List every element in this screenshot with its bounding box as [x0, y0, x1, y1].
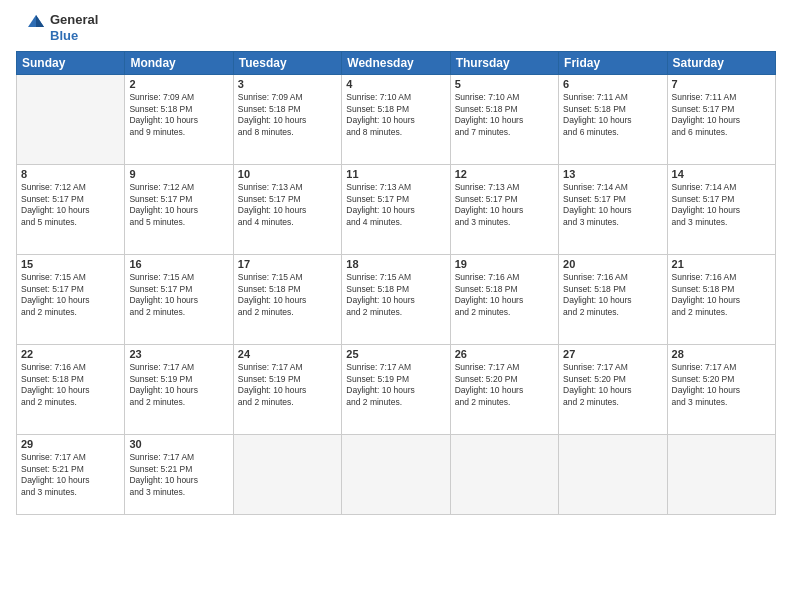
calendar-cell — [342, 435, 450, 515]
calendar-cell — [559, 435, 667, 515]
day-info: Sunrise: 7:17 AM Sunset: 5:19 PM Dayligh… — [238, 362, 337, 408]
day-number: 24 — [238, 348, 337, 360]
calendar-cell — [17, 75, 125, 165]
day-info: Sunrise: 7:15 AM Sunset: 5:17 PM Dayligh… — [129, 272, 228, 318]
calendar-cell: 24Sunrise: 7:17 AM Sunset: 5:19 PM Dayli… — [233, 345, 341, 435]
calendar-header-row: Sunday Monday Tuesday Wednesday Thursday… — [17, 52, 776, 75]
day-info: Sunrise: 7:17 AM Sunset: 5:19 PM Dayligh… — [346, 362, 445, 408]
day-info: Sunrise: 7:12 AM Sunset: 5:17 PM Dayligh… — [129, 182, 228, 228]
calendar-table: Sunday Monday Tuesday Wednesday Thursday… — [16, 51, 776, 515]
day-info: Sunrise: 7:10 AM Sunset: 5:18 PM Dayligh… — [455, 92, 554, 138]
day-info: Sunrise: 7:13 AM Sunset: 5:17 PM Dayligh… — [238, 182, 337, 228]
day-number: 20 — [563, 258, 662, 270]
col-friday: Friday — [559, 52, 667, 75]
calendar-cell: 9Sunrise: 7:12 AM Sunset: 5:17 PM Daylig… — [125, 165, 233, 255]
calendar-cell: 25Sunrise: 7:17 AM Sunset: 5:19 PM Dayli… — [342, 345, 450, 435]
calendar-cell: 21Sunrise: 7:16 AM Sunset: 5:18 PM Dayli… — [667, 255, 775, 345]
page-header: General Blue — [16, 12, 776, 43]
day-number: 4 — [346, 78, 445, 90]
calendar-cell: 19Sunrise: 7:16 AM Sunset: 5:18 PM Dayli… — [450, 255, 558, 345]
calendar-cell: 2Sunrise: 7:09 AM Sunset: 5:18 PM Daylig… — [125, 75, 233, 165]
calendar-cell: 22Sunrise: 7:16 AM Sunset: 5:18 PM Dayli… — [17, 345, 125, 435]
day-number: 26 — [455, 348, 554, 360]
calendar-cell: 11Sunrise: 7:13 AM Sunset: 5:17 PM Dayli… — [342, 165, 450, 255]
calendar-cell: 20Sunrise: 7:16 AM Sunset: 5:18 PM Dayli… — [559, 255, 667, 345]
calendar-cell: 14Sunrise: 7:14 AM Sunset: 5:17 PM Dayli… — [667, 165, 775, 255]
svg-rect-1 — [16, 28, 46, 43]
day-number: 14 — [672, 168, 771, 180]
day-number: 19 — [455, 258, 554, 270]
day-number: 30 — [129, 438, 228, 450]
col-wednesday: Wednesday — [342, 52, 450, 75]
calendar-cell — [450, 435, 558, 515]
calendar-cell — [667, 435, 775, 515]
day-number: 9 — [129, 168, 228, 180]
day-number: 29 — [21, 438, 120, 450]
day-info: Sunrise: 7:15 AM Sunset: 5:18 PM Dayligh… — [346, 272, 445, 318]
day-info: Sunrise: 7:09 AM Sunset: 5:18 PM Dayligh… — [129, 92, 228, 138]
day-info: Sunrise: 7:17 AM Sunset: 5:21 PM Dayligh… — [21, 452, 120, 498]
day-info: Sunrise: 7:17 AM Sunset: 5:19 PM Dayligh… — [129, 362, 228, 408]
calendar-cell: 13Sunrise: 7:14 AM Sunset: 5:17 PM Dayli… — [559, 165, 667, 255]
day-info: Sunrise: 7:17 AM Sunset: 5:20 PM Dayligh… — [563, 362, 662, 408]
calendar-cell: 4Sunrise: 7:10 AM Sunset: 5:18 PM Daylig… — [342, 75, 450, 165]
calendar-cell: 18Sunrise: 7:15 AM Sunset: 5:18 PM Dayli… — [342, 255, 450, 345]
col-thursday: Thursday — [450, 52, 558, 75]
day-number: 2 — [129, 78, 228, 90]
calendar-cell — [233, 435, 341, 515]
day-info: Sunrise: 7:13 AM Sunset: 5:17 PM Dayligh… — [346, 182, 445, 228]
col-sunday: Sunday — [17, 52, 125, 75]
logo-general: General — [50, 12, 98, 28]
calendar-cell: 16Sunrise: 7:15 AM Sunset: 5:17 PM Dayli… — [125, 255, 233, 345]
day-info: Sunrise: 7:09 AM Sunset: 5:18 PM Dayligh… — [238, 92, 337, 138]
day-info: Sunrise: 7:14 AM Sunset: 5:17 PM Dayligh… — [563, 182, 662, 228]
day-info: Sunrise: 7:16 AM Sunset: 5:18 PM Dayligh… — [455, 272, 554, 318]
logo-icon — [16, 13, 46, 43]
day-number: 11 — [346, 168, 445, 180]
day-number: 3 — [238, 78, 337, 90]
day-number: 23 — [129, 348, 228, 360]
day-number: 21 — [672, 258, 771, 270]
day-info: Sunrise: 7:10 AM Sunset: 5:18 PM Dayligh… — [346, 92, 445, 138]
calendar-cell: 17Sunrise: 7:15 AM Sunset: 5:18 PM Dayli… — [233, 255, 341, 345]
calendar-cell: 15Sunrise: 7:15 AM Sunset: 5:17 PM Dayli… — [17, 255, 125, 345]
day-number: 25 — [346, 348, 445, 360]
day-info: Sunrise: 7:11 AM Sunset: 5:17 PM Dayligh… — [672, 92, 771, 138]
logo: General Blue — [16, 12, 98, 43]
day-number: 16 — [129, 258, 228, 270]
day-number: 7 — [672, 78, 771, 90]
calendar-cell: 10Sunrise: 7:13 AM Sunset: 5:17 PM Dayli… — [233, 165, 341, 255]
day-info: Sunrise: 7:11 AM Sunset: 5:18 PM Dayligh… — [563, 92, 662, 138]
day-number: 13 — [563, 168, 662, 180]
day-number: 22 — [21, 348, 120, 360]
col-tuesday: Tuesday — [233, 52, 341, 75]
day-info: Sunrise: 7:15 AM Sunset: 5:17 PM Dayligh… — [21, 272, 120, 318]
calendar-cell: 7Sunrise: 7:11 AM Sunset: 5:17 PM Daylig… — [667, 75, 775, 165]
day-info: Sunrise: 7:13 AM Sunset: 5:17 PM Dayligh… — [455, 182, 554, 228]
day-number: 27 — [563, 348, 662, 360]
logo-blue: Blue — [50, 28, 98, 44]
day-info: Sunrise: 7:15 AM Sunset: 5:18 PM Dayligh… — [238, 272, 337, 318]
calendar-cell: 27Sunrise: 7:17 AM Sunset: 5:20 PM Dayli… — [559, 345, 667, 435]
day-number: 5 — [455, 78, 554, 90]
day-info: Sunrise: 7:16 AM Sunset: 5:18 PM Dayligh… — [21, 362, 120, 408]
day-info: Sunrise: 7:17 AM Sunset: 5:21 PM Dayligh… — [129, 452, 228, 498]
calendar-cell: 26Sunrise: 7:17 AM Sunset: 5:20 PM Dayli… — [450, 345, 558, 435]
calendar-cell: 28Sunrise: 7:17 AM Sunset: 5:20 PM Dayli… — [667, 345, 775, 435]
day-info: Sunrise: 7:17 AM Sunset: 5:20 PM Dayligh… — [455, 362, 554, 408]
day-number: 12 — [455, 168, 554, 180]
calendar-cell: 30Sunrise: 7:17 AM Sunset: 5:21 PM Dayli… — [125, 435, 233, 515]
calendar-cell: 23Sunrise: 7:17 AM Sunset: 5:19 PM Dayli… — [125, 345, 233, 435]
calendar-cell: 5Sunrise: 7:10 AM Sunset: 5:18 PM Daylig… — [450, 75, 558, 165]
day-info: Sunrise: 7:17 AM Sunset: 5:20 PM Dayligh… — [672, 362, 771, 408]
calendar-cell: 3Sunrise: 7:09 AM Sunset: 5:18 PM Daylig… — [233, 75, 341, 165]
day-number: 10 — [238, 168, 337, 180]
calendar-cell: 8Sunrise: 7:12 AM Sunset: 5:17 PM Daylig… — [17, 165, 125, 255]
day-info: Sunrise: 7:16 AM Sunset: 5:18 PM Dayligh… — [563, 272, 662, 318]
calendar-cell: 29Sunrise: 7:17 AM Sunset: 5:21 PM Dayli… — [17, 435, 125, 515]
day-info: Sunrise: 7:16 AM Sunset: 5:18 PM Dayligh… — [672, 272, 771, 318]
day-info: Sunrise: 7:12 AM Sunset: 5:17 PM Dayligh… — [21, 182, 120, 228]
day-number: 6 — [563, 78, 662, 90]
day-number: 17 — [238, 258, 337, 270]
calendar-cell: 6Sunrise: 7:11 AM Sunset: 5:18 PM Daylig… — [559, 75, 667, 165]
